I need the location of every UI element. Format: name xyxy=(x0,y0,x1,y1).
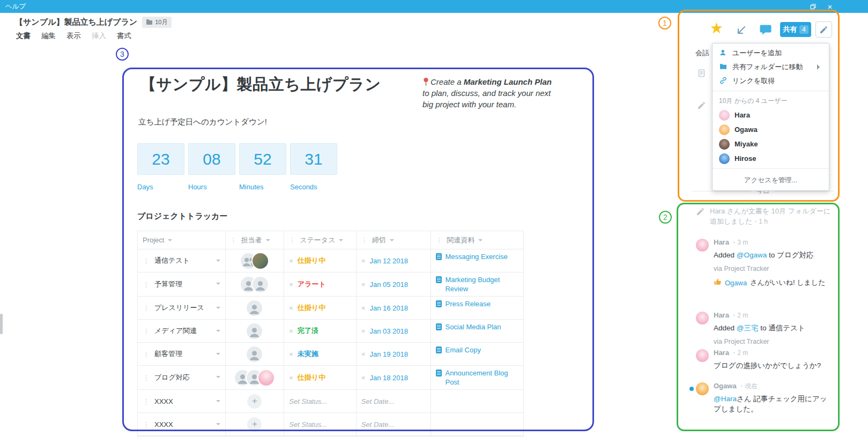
material-link[interactable]: Announcement Blog Post xyxy=(445,368,515,387)
deadline-value[interactable]: Jan 12 2018 xyxy=(369,257,408,265)
date-placeholder[interactable]: Set Date... xyxy=(361,420,394,429)
mention-link[interactable]: @Hara xyxy=(714,395,737,403)
status-placeholder[interactable]: Set Status... xyxy=(289,420,327,429)
assignee-cell[interactable] xyxy=(226,320,285,342)
liker-name[interactable]: Ogawa xyxy=(725,279,747,287)
manage-access-button[interactable]: アクセスを管理... xyxy=(713,172,829,188)
deadline-cell[interactable]: Set Date... xyxy=(357,413,432,435)
deadline-value[interactable]: Jan 18 2018 xyxy=(369,374,408,382)
deadline-cell[interactable]: ×Jan 16 2018 xyxy=(357,297,432,319)
material-link[interactable]: Email Copy xyxy=(445,345,480,355)
material-link[interactable]: Marketing Budget Review xyxy=(445,275,515,293)
material-cell[interactable]: Press Release xyxy=(431,297,523,319)
close-window-button[interactable]: × xyxy=(825,2,835,11)
avatar[interactable] xyxy=(246,345,263,363)
share-menu-user[interactable]: Hirose xyxy=(713,151,829,166)
material-cell[interactable]: Announcement Blog Post xyxy=(431,366,523,389)
column-header[interactable]: ⋮締切 xyxy=(357,231,432,249)
material-cell[interactable]: Marketing Budget Review xyxy=(431,272,523,296)
project-cell[interactable]: ⋮ブログ対応 xyxy=(138,366,226,389)
column-header[interactable]: ⋮関連資料 xyxy=(431,231,523,249)
chevron-down-icon[interactable] xyxy=(216,283,220,287)
drag-handle-icon[interactable]: ⋮ xyxy=(143,374,150,382)
avatar[interactable] xyxy=(696,239,709,252)
drag-handle-icon[interactable]: ⋮ xyxy=(143,327,150,335)
drag-handle-icon[interactable]: ⋮ xyxy=(143,304,150,312)
share-menu-item[interactable]: リンクを取得 xyxy=(713,74,829,88)
material-link[interactable]: Press Release xyxy=(445,299,491,308)
avatar[interactable] xyxy=(696,382,709,395)
deadline-cell[interactable]: ×Jan 18 2018 xyxy=(357,366,432,389)
project-cell[interactable]: ⋮通信テスト xyxy=(138,249,226,272)
project-cell[interactable]: ⋮メディア関連 xyxy=(138,320,226,342)
remove-icon[interactable]: × xyxy=(289,280,293,289)
add-assignee-button[interactable]: + xyxy=(247,394,262,409)
status-value[interactable]: 未実施 xyxy=(298,349,318,359)
avatar[interactable] xyxy=(696,312,709,324)
assignee-cell[interactable]: + xyxy=(226,413,285,435)
drag-handle-icon[interactable]: ⋮ xyxy=(143,257,150,265)
status-cell[interactable]: Set Status... xyxy=(284,390,357,412)
add-assignee-button[interactable]: + xyxy=(247,417,262,432)
remove-icon[interactable]: × xyxy=(361,280,366,289)
status-cell[interactable]: Set Status... xyxy=(284,413,357,435)
tab-conversation[interactable]: 会話 xyxy=(695,48,709,58)
project-cell[interactable]: ⋮XXXX xyxy=(138,413,226,435)
avatar[interactable] xyxy=(257,369,275,387)
avatar[interactable] xyxy=(251,252,269,270)
material-cell[interactable] xyxy=(431,413,523,435)
avatar[interactable] xyxy=(246,299,263,317)
menu-item-挿入[interactable]: 挿入 xyxy=(92,31,106,41)
column-menu-icon[interactable]: ⋮ xyxy=(361,237,368,244)
assignee-cell[interactable] xyxy=(226,343,285,365)
chevron-down-icon[interactable] xyxy=(216,423,220,427)
column-header[interactable]: ⋮担当者 xyxy=(226,231,285,249)
deadline-value[interactable]: Jan 19 2018 xyxy=(369,350,408,358)
drag-handle-icon[interactable]: ⋮ xyxy=(143,350,150,358)
share-menu-item[interactable]: ユーザーを追加 xyxy=(713,46,829,60)
status-cell[interactable]: ×仕掛り中 xyxy=(284,366,357,389)
assignee-cell[interactable]: + xyxy=(226,390,285,412)
column-header[interactable]: ⋮ステータス xyxy=(284,231,357,249)
share-menu-item[interactable]: 共有フォルダーに移動 xyxy=(713,60,829,74)
assignee-cell[interactable] xyxy=(226,272,285,296)
column-menu-icon[interactable]: ⋮ xyxy=(289,237,295,244)
menu-item-編集[interactable]: 編集 xyxy=(41,31,56,41)
deadline-cell[interactable]: ×Jan 12 2018 xyxy=(357,249,432,272)
date-placeholder[interactable]: Set Date... xyxy=(361,397,394,405)
drag-handle-icon[interactable]: ⋮ xyxy=(143,397,150,405)
menu-item-書式[interactable]: 書式 xyxy=(117,31,131,41)
assignee-cell[interactable] xyxy=(226,366,285,389)
remove-icon[interactable]: × xyxy=(289,327,293,335)
status-cell[interactable]: ×仕掛り中 xyxy=(284,249,357,272)
drag-handle-icon[interactable]: ⋮ xyxy=(143,280,150,289)
user-name[interactable]: Hara xyxy=(714,349,729,357)
status-value[interactable]: 完了済 xyxy=(298,326,318,336)
mention-link[interactable]: @Ogawa xyxy=(737,251,767,259)
share-menu-user[interactable]: Ogawa xyxy=(713,122,829,137)
deadline-value[interactable]: Jan 16 2018 xyxy=(369,304,408,312)
chevron-down-icon[interactable] xyxy=(216,353,220,357)
remove-icon[interactable]: × xyxy=(289,257,293,265)
deadline-cell[interactable]: ×Jan 19 2018 xyxy=(357,343,432,365)
status-cell[interactable]: ×アラート xyxy=(284,272,357,296)
chevron-down-icon[interactable] xyxy=(216,260,220,264)
deadline-cell[interactable]: ×Jan 05 2018 xyxy=(357,272,432,296)
status-cell[interactable]: ×完了済 xyxy=(284,320,357,342)
project-cell[interactable]: ⋮予算管理 xyxy=(138,272,226,296)
avatar[interactable] xyxy=(251,276,269,293)
assignee-cell[interactable] xyxy=(226,249,285,272)
column-header[interactable]: Project xyxy=(138,231,226,249)
user-name[interactable]: Hara xyxy=(714,311,729,319)
deadline-value[interactable]: Jan 05 2018 xyxy=(369,280,408,289)
remove-icon[interactable]: × xyxy=(361,374,366,382)
chevron-down-icon[interactable] xyxy=(216,400,220,404)
status-cell[interactable]: ×未実施 xyxy=(284,343,357,365)
mention-link[interactable]: @三宅 xyxy=(737,324,759,332)
deadline-cell[interactable]: ×Jan 03 2018 xyxy=(357,320,432,342)
column-menu-icon[interactable]: ⋮ xyxy=(231,237,237,244)
help-menu[interactable]: ヘルプ xyxy=(5,2,26,11)
remove-icon[interactable]: × xyxy=(361,350,366,358)
chat-bubble-icon[interactable] xyxy=(759,23,772,36)
chevron-down-icon[interactable] xyxy=(216,330,220,334)
